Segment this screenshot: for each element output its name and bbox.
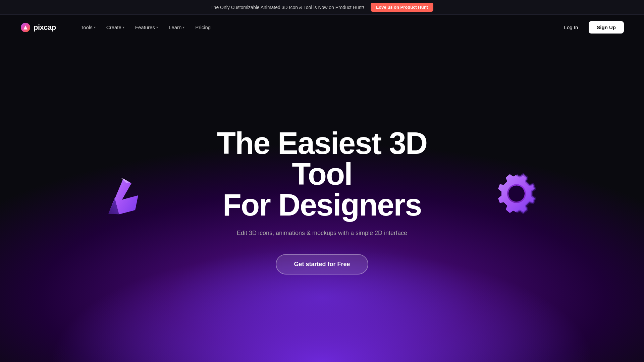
cta-button[interactable]: Get started for Free [276,254,368,275]
3d-arrow-icon [94,170,144,221]
chevron-down-icon: ▾ [183,25,184,29]
nav-item-learn[interactable]: Learn ▾ [164,22,189,33]
deco-gear-right [490,168,543,223]
nav-item-tools[interactable]: Tools ▾ [76,22,100,33]
nav-links: Tools ▾ Create ▾ Features ▾ Learn ▾ Pric… [76,22,545,33]
hero-title: The Easiest 3D Tool For Designers [196,128,448,220]
chevron-down-icon: ▾ [94,25,96,29]
top-banner: The Only Customizable Animated 3D Icon &… [0,0,644,15]
deco-arrow-left [94,170,144,222]
hero-subtitle: Edit 3D icons, animations & mockups with… [196,228,448,238]
logo-text: pixcap [34,23,56,32]
svg-marker-1 [101,176,142,217]
navbar: pixcap Tools ▾ Create ▾ Features ▾ Learn… [0,15,644,40]
nav-item-create[interactable]: Create ▾ [102,22,129,33]
3d-gear-icon [490,168,543,222]
chevron-down-icon: ▾ [123,25,124,29]
product-hunt-button[interactable]: Love us on Product Hunt [371,3,433,12]
nav-item-pricing[interactable]: Pricing [191,22,215,33]
logo-icon [20,22,31,33]
hero-content: The Easiest 3D Tool For Designers Edit 3… [196,128,448,275]
hero-section: The Easiest 3D Tool For Designers Edit 3… [0,40,644,362]
banner-text: The Only Customizable Animated 3D Icon &… [211,5,364,10]
nav-actions: Log In Sign Up [559,21,624,34]
chevron-down-icon: ▾ [156,25,158,29]
signup-button[interactable]: Sign Up [589,21,624,34]
nav-item-features[interactable]: Features ▾ [130,22,163,33]
login-button[interactable]: Log In [559,22,584,33]
logo[interactable]: pixcap [20,22,56,33]
